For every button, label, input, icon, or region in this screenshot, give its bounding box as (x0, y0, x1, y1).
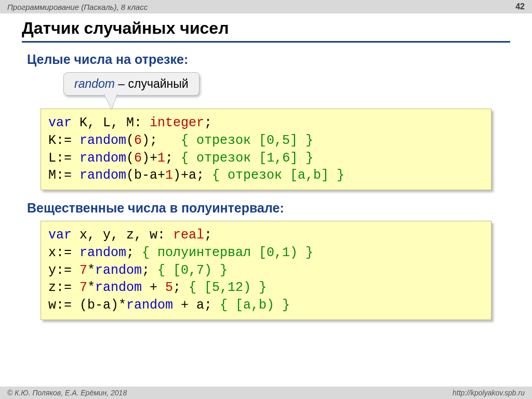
code-text: )+a; (173, 168, 212, 183)
code-text: ); (142, 133, 181, 148)
code-comment: { [0,7) } (157, 263, 228, 278)
code-text: * (87, 263, 95, 278)
code-text: ; (142, 263, 157, 278)
num-literal: 7 (79, 263, 87, 278)
page-number: 42 (515, 2, 525, 11)
slide-content: Датчик случайных чисел Целые числа на от… (0, 14, 532, 320)
footer: © К.Ю. Поляков, Е.А. Ерёмин, 2018 http:/… (0, 387, 532, 399)
code-comment: { [a,b) } (220, 298, 290, 313)
num-literal: 7 (79, 280, 87, 295)
code-comment: { полуинтервал [0,1) } (142, 245, 313, 260)
code-text: x, y, z, w: (72, 228, 173, 243)
num-literal: 1 (165, 168, 173, 183)
code-text: x:= (48, 245, 79, 260)
code-text: )+ (142, 151, 157, 166)
code-comment: { [5,12) } (189, 280, 267, 295)
code-text: (b-a+ (126, 168, 165, 183)
slide-title: Датчик случайных чисел (22, 19, 510, 43)
copyright-text: © К.Ю. Поляков, Е.А. Ерёмин, 2018 (7, 389, 127, 397)
topbar: Программирование (Паскаль), 8 класс 42 (0, 0, 532, 14)
code-text: ; (126, 245, 142, 260)
code-box-1: var K, L, M: integer; K:= random(6); { о… (41, 109, 491, 190)
code-comment: { отрезок [1,6] } (181, 151, 313, 166)
kw-random: random (79, 151, 126, 166)
kw-var: var (48, 115, 72, 130)
num-literal: 6 (134, 133, 142, 148)
code-text: + a; (173, 298, 220, 313)
code-text: z:= (48, 280, 79, 295)
code-text: ; (173, 280, 189, 295)
callout-box: random – случайный (63, 72, 200, 96)
code-comment: { отрезок [0,5] } (181, 133, 313, 148)
code-text: L:= (48, 151, 79, 166)
callout-tail-icon (104, 94, 123, 112)
kw-random: random (79, 133, 126, 148)
code-text: * (87, 280, 95, 295)
section-1-title: Целые числа на отрезке: (27, 52, 510, 67)
code-text: w:= (b-a)* (48, 298, 126, 313)
code-box-2: var x, y, z, w: real; x:= random; { полу… (41, 221, 491, 320)
code-text: + (142, 280, 165, 295)
code-text: K:= (48, 133, 79, 148)
code-text: M:= (48, 168, 79, 183)
section-2-title: Вещественные числа в полуинтервале: (27, 201, 510, 216)
kw-random: random (79, 245, 126, 260)
kw-integer: integer (150, 115, 204, 130)
code-text: ; (204, 228, 212, 243)
num-literal: 6 (134, 151, 142, 166)
kw-var: var (48, 228, 72, 243)
code-text: ; (204, 115, 212, 130)
code-text: ( (126, 151, 134, 166)
kw-random: random (79, 168, 126, 183)
code-text: K, L, M: (72, 115, 150, 130)
kw-real: real (173, 228, 204, 243)
kw-random: random (95, 263, 142, 278)
footer-url: http://kpolyakov.spb.ru (453, 389, 525, 397)
kw-random: random (95, 280, 142, 295)
callout-wrap: random – случайный (63, 72, 510, 105)
callout-keyword: random (74, 77, 115, 90)
kw-random: random (126, 298, 173, 313)
code-comment: { отрезок [a,b] } (212, 168, 344, 183)
num-literal: 5 (165, 280, 173, 295)
course-label: Программирование (Паскаль), 8 класс (7, 3, 148, 11)
code-text: ; (165, 151, 181, 166)
code-text: y:= (48, 263, 79, 278)
code-text: ( (126, 133, 134, 148)
num-literal: 1 (157, 151, 165, 166)
callout-text: – случайный (115, 77, 189, 90)
